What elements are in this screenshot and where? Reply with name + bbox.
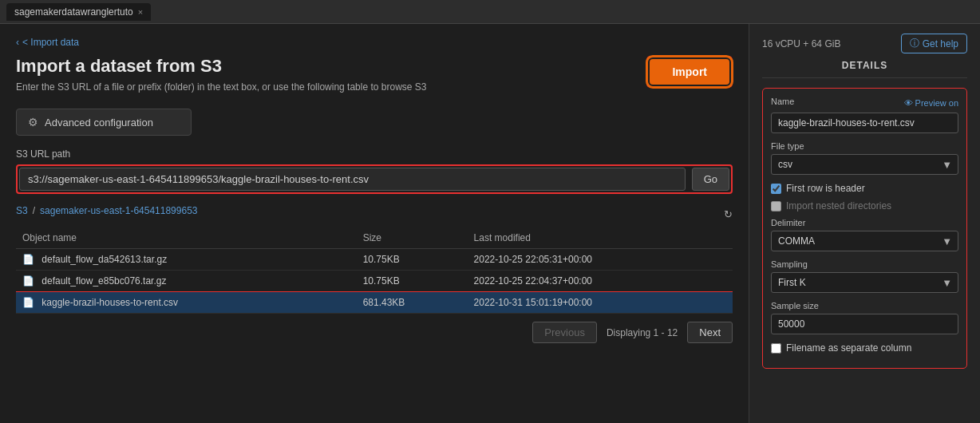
sample-size-input[interactable]	[771, 314, 958, 334]
right-panel: 16 vCPU + 64 GiB ⓘ Get help DETAILS Name…	[749, 24, 980, 423]
file-icon: 📄	[22, 297, 34, 308]
table-row[interactable]: 📄 default_flow_da542613.tar.gz 10.75KB 2…	[16, 249, 733, 271]
help-icon: ⓘ	[910, 37, 919, 50]
tab-label: sagemakerdatawranglertuto	[14, 6, 133, 18]
table-row[interactable]: 📄 kaggle-brazil-houses-to-rent.csv 681.4…	[16, 292, 733, 314]
table-row[interactable]: 📄 default_flow_e85bc076.tar.gz 10.75KB 2…	[16, 271, 733, 292]
file-size-cell: 10.75KB	[357, 271, 468, 292]
name-label-row: Name 👁 Preview on	[771, 97, 958, 109]
name-input[interactable]	[771, 113, 958, 133]
details-title: DETAILS	[762, 60, 967, 78]
file-modified-cell: 2022-10-31 15:01:19+00:00	[468, 292, 733, 314]
s3-url-section: S3 URL path Go	[16, 148, 733, 194]
file-size-cell: 10.75KB	[357, 249, 468, 271]
resource-info: 16 vCPU + 64 GiB ⓘ Get help	[762, 34, 967, 53]
col-header-name: Object name	[16, 227, 357, 249]
import-button[interactable]: Import	[650, 59, 729, 85]
import-nested-label: Import nested directories	[786, 200, 891, 212]
file-type-select-wrapper: csv json parquet orc ▼	[771, 154, 958, 175]
back-link-label: < Import data	[22, 37, 79, 48]
filename-checkbox[interactable]	[771, 343, 781, 354]
file-table-wrapper: Object name Size Last modified 📄 default…	[16, 227, 733, 314]
file-table: Object name Size Last modified 📄 default…	[16, 227, 733, 314]
file-name-cell: 📄 kaggle-brazil-houses-to-rent.csv	[16, 292, 357, 314]
first-row-header-checkbox[interactable]	[771, 184, 781, 194]
pagination-row: Previous Displaying 1 - 12 Next	[16, 322, 733, 343]
go-button[interactable]: Go	[692, 168, 729, 191]
breadcrumb: S3 / sagemaker-us-east-1-645411899653	[16, 205, 198, 216]
preview-on-link[interactable]: 👁 Preview on	[904, 98, 958, 108]
file-size-cell: 681.43KB	[357, 292, 468, 314]
import-button-wrapper: Import	[646, 56, 733, 88]
details-form-section: Name 👁 Preview on File type csv json par…	[762, 88, 967, 369]
tab[interactable]: sagemakerdatawranglertuto ×	[6, 3, 151, 21]
sample-size-label: Sample size	[771, 301, 958, 310]
filename-row: Filename as separate column	[771, 342, 958, 354]
preview-on-label: Preview on	[915, 98, 958, 108]
file-icon: 📄	[22, 254, 34, 265]
s3-url-label: S3 URL path	[16, 148, 733, 160]
breadcrumb-s3[interactable]: S3	[16, 205, 28, 216]
back-link[interactable]: ‹ < Import data	[16, 37, 733, 48]
title-bar: sagemakerdatawranglertuto ×	[0, 0, 980, 24]
import-nested-checkbox[interactable]	[771, 201, 781, 212]
breadcrumb-row: S3 / sagemaker-us-east-1-645411899653 ↻	[16, 205, 733, 223]
file-icon: 📄	[22, 275, 34, 287]
s3-url-row: Go	[16, 164, 733, 194]
advanced-config-button[interactable]: ⚙ Advanced configuration	[16, 109, 192, 136]
left-content: ‹ < Import data Import a dataset from S3…	[0, 24, 749, 423]
first-row-header-label: First row is header	[786, 183, 865, 194]
file-name-cell: 📄 default_flow_da542613.tar.gz	[16, 249, 357, 271]
advanced-config-label: Advanced configuration	[45, 117, 153, 128]
sampling-group: Sampling First K Randomized Stratified ▼	[771, 259, 958, 293]
delimiter-group: Delimiter COMMA SEMICOLON TAB PIPE ▼	[771, 218, 958, 251]
file-modified-cell: 2022-10-25 22:05:31+00:00	[468, 249, 733, 271]
refresh-icon[interactable]: ↻	[724, 208, 733, 220]
file-modified-cell: 2022-10-25 22:04:37+00:00	[468, 271, 733, 292]
delimiter-label: Delimiter	[771, 218, 958, 227]
delimiter-select[interactable]: COMMA SEMICOLON TAB PIPE	[771, 231, 958, 251]
file-name: default_flow_da542613.tar.gz	[41, 254, 167, 265]
page-title: Import a dataset from S3	[16, 56, 427, 77]
page-subtitle: Enter the S3 URL of a file or prefix (fo…	[16, 81, 427, 93]
tab-close-icon[interactable]: ×	[138, 7, 143, 17]
breadcrumb-bucket[interactable]: sagemaker-us-east-1-645411899653	[40, 205, 197, 216]
breadcrumb-sep: /	[33, 205, 35, 216]
file-name: default_flow_e85bc076.tar.gz	[41, 275, 166, 287]
delimiter-select-wrapper: COMMA SEMICOLON TAB PIPE ▼	[771, 231, 958, 251]
col-header-size: Size	[357, 227, 468, 249]
get-help-button[interactable]: ⓘ Get help	[901, 34, 967, 53]
sampling-label: Sampling	[771, 259, 958, 269]
resource-text: 16 vCPU + 64 GiB	[762, 38, 840, 49]
file-name-cell: 📄 default_flow_e85bc076.tar.gz	[16, 271, 357, 292]
gear-icon: ⚙	[28, 116, 38, 128]
file-name: kaggle-brazil-houses-to-rent.csv	[41, 297, 178, 308]
file-type-group: File type csv json parquet orc ▼	[771, 141, 958, 175]
back-arrow-icon: ‹	[16, 37, 19, 48]
filename-label: Filename as separate column	[786, 342, 911, 354]
preview-icon: 👁	[904, 98, 913, 108]
name-group: Name 👁 Preview on	[771, 97, 958, 133]
file-type-select[interactable]: csv json parquet orc	[771, 154, 958, 175]
next-button[interactable]: Next	[687, 322, 733, 343]
main-layout: ‹ < Import data Import a dataset from S3…	[0, 24, 980, 423]
import-nested-row: Import nested directories	[771, 200, 958, 212]
sample-size-group: Sample size	[771, 301, 958, 334]
col-header-modified: Last modified	[468, 227, 733, 249]
s3-url-input[interactable]	[19, 168, 686, 191]
sampling-select[interactable]: First K Randomized Stratified	[771, 272, 958, 293]
get-help-label: Get help	[923, 38, 958, 49]
name-label: Name	[771, 97, 794, 106]
displaying-text: Displaying 1 - 12	[607, 327, 678, 338]
first-row-header-row: First row is header	[771, 183, 958, 194]
previous-button[interactable]: Previous	[532, 322, 597, 343]
sampling-select-wrapper: First K Randomized Stratified ▼	[771, 272, 958, 293]
file-type-label: File type	[771, 141, 958, 151]
